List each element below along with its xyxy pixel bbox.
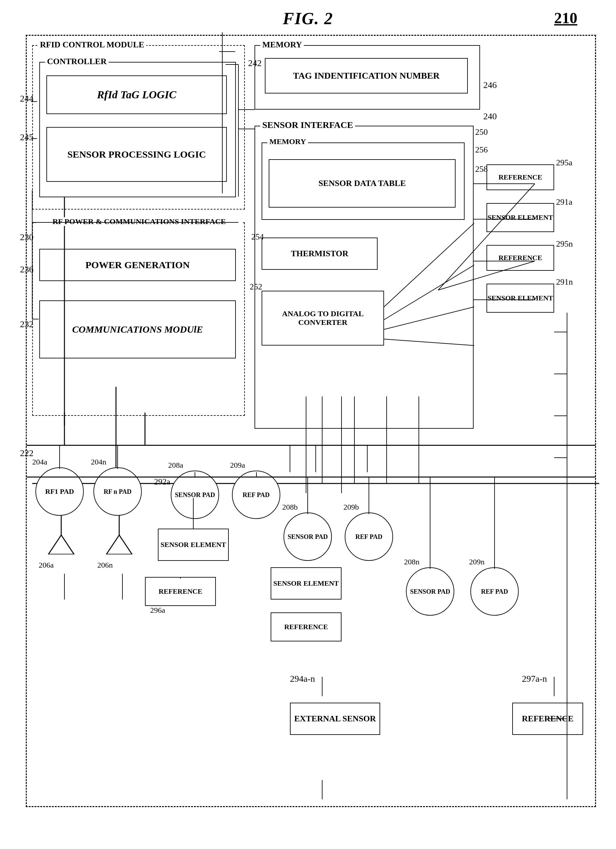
label-209n: 209n: [469, 558, 485, 566]
reference-a-box: REFERENCE: [487, 164, 554, 190]
ref-pad-n-circle: REF PAD: [470, 567, 519, 616]
rfid-tag-logic-box: RfId TaG LOGIC: [46, 75, 227, 114]
label-295n: 295n: [556, 239, 573, 249]
label-222: 222: [20, 448, 34, 458]
rf-power-comms-label: RF POWER & COMMUNICATIONS INTERFACE: [36, 217, 242, 226]
adc-label: ANALOG TO DIGITAL CONVERTER: [262, 310, 383, 327]
sensor-data-table-label: SENSOR DATA TABLE: [318, 179, 406, 188]
ref-pad-a-circle: REF PAD: [232, 471, 280, 519]
communications-module-label: COMMUNICATIONS MODUlE: [72, 324, 203, 335]
rfn-pad-circle: RF n PAD: [94, 468, 142, 516]
ref-pad-b-label: REF PAD: [356, 533, 382, 541]
sensor-data-table-box: SENSOR DATA TABLE: [269, 159, 455, 208]
label-294: 294a-n: [290, 674, 315, 684]
label-208n: 208n: [404, 558, 420, 566]
label-291n: 291n: [556, 277, 573, 287]
tag-id-box: TAG INDENTIFICATION NUMBER: [265, 58, 468, 94]
sensor-pad-n-circle: SENSOR PAD: [406, 567, 454, 616]
external-sensor-label: EXTERNAL SENSOR: [294, 714, 376, 724]
ref-pad-b-circle: REF PAD: [345, 512, 393, 561]
communications-module-box: COMMUNICATIONS MODUlE: [39, 300, 236, 358]
reference-bottom-n-label: REFERENCE: [284, 623, 328, 631]
label-252: 252: [250, 282, 262, 292]
label-204a: 204a: [32, 458, 48, 466]
rfid-tag-logic-label: RfId TaG LOGIC: [97, 89, 176, 101]
label-295a: 295a: [556, 158, 573, 168]
sensor-memory-label: MEMORY: [268, 137, 308, 146]
reference-bottom-a-label: REFERENCE: [159, 587, 202, 596]
memory-outer-label: MEMORY: [260, 40, 304, 50]
label-258: 258: [475, 164, 488, 174]
label-236: 236: [20, 264, 34, 275]
figure-number: 210: [554, 9, 577, 27]
svg-line-26: [384, 265, 474, 320]
sensor-element-a-box: SENSOR ELEMENT: [487, 203, 554, 232]
sensor-element-n-label: SENSOR ELEMENT: [488, 294, 553, 302]
sensor-pad-n-label: SENSOR PAD: [410, 588, 451, 595]
ref-pad-n-label: REF PAD: [481, 588, 508, 595]
label-208b: 208b: [282, 503, 298, 511]
label-291a: 291a: [556, 197, 573, 207]
sensor-element-bottom-n-label: SENSOR ELEMENT: [273, 579, 339, 588]
rfid-control-module-box: RFID CONTROL MODULE CONTROLLER RfId TaG …: [32, 45, 245, 210]
reference-a-label: REFERENCE: [498, 173, 542, 182]
label-254: 254: [251, 232, 264, 242]
reference-bottom-a-box: REFERENCE: [145, 577, 216, 606]
rfn-pad-label: RF n PAD: [104, 488, 132, 495]
label-206n: 206n: [97, 561, 113, 569]
page: FIG. 2 210 202 RFID CONTROL MODULE CONTR…: [0, 0, 616, 849]
sensor-pad-a-label: SENSOR PAD: [175, 491, 215, 499]
label-209b: 209b: [344, 503, 359, 511]
sensor-pad-a-circle: SENSOR PAD: [171, 471, 219, 519]
controller-box: CONTROLLER RfId TaG LOGIC SENSOR PROCESS…: [39, 62, 236, 197]
rf-power-comms-box: RF POWER & COMMUNICATIONS INTERFACE POWE…: [32, 222, 245, 416]
reference-n-box: REFERENCE: [487, 245, 554, 271]
label-209a: 209a: [230, 461, 245, 470]
ref-pad-a-label: REF PAD: [243, 491, 270, 499]
label-250: 250: [475, 127, 488, 137]
power-generation-box: POWER GENERATION: [39, 249, 236, 281]
sensor-memory-box: MEMORY SENSOR DATA TABLE: [262, 143, 464, 220]
label-245: 245: [20, 132, 34, 143]
label-208a: 208a: [168, 461, 183, 470]
tag-id-label: TAG INDENTIFICATION NUMBER: [293, 71, 440, 81]
label-232: 232: [20, 319, 34, 329]
sensor-interface-label: SENSOR INTERFACE: [260, 120, 355, 130]
svg-line-27: [384, 307, 474, 329]
label-296a: 296a: [150, 606, 165, 615]
reference-n-label: REFERENCE: [498, 254, 542, 262]
rf1-pad-label: RF1 PAD: [45, 487, 74, 496]
reference-bottom-right-box: REFERENCE: [512, 703, 583, 735]
label-297: 297a-n: [522, 674, 547, 684]
sensor-processing-logic-label: SENSOR PROCESSING LOGIC: [67, 149, 206, 160]
figure-title: FIG. 2: [283, 9, 333, 28]
thermistor-box: THERMISTOR: [262, 238, 378, 270]
memory-outer-box: MEMORY TAG INDENTIFICATION NUMBER: [254, 45, 480, 110]
label-246: 246: [483, 80, 497, 90]
sensor-pad-b-label: SENSOR PAD: [288, 533, 328, 541]
label-240: 240: [483, 111, 497, 122]
svg-line-25: [384, 223, 474, 307]
svg-line-28: [384, 339, 474, 346]
label-206a: 206a: [39, 561, 54, 569]
reference-bottom-n-box: REFERENCE: [271, 612, 342, 641]
rf1-pad-circle: RF1 PAD: [36, 468, 84, 516]
controller-label: CONTROLLER: [45, 57, 109, 66]
sensor-element-bottom-a-label: SENSOR ELEMENT: [161, 541, 226, 549]
label-204n: 204n: [91, 458, 106, 466]
label-230: 230: [20, 232, 34, 243]
sensor-processing-logic-box: SENSOR PROCESSING LOGIC: [46, 127, 227, 182]
label-244: 244: [20, 94, 34, 104]
reference-bottom-right-label: REFERENCE: [522, 714, 573, 724]
external-sensor-box: EXTERNAL SENSOR: [290, 703, 380, 735]
sensor-pad-b-circle: SENSOR PAD: [284, 512, 332, 561]
power-generation-label: POWER GENERATION: [85, 259, 190, 270]
sensor-element-bottom-a-box: SENSOR ELEMENT: [158, 529, 229, 561]
sensor-interface-box: SENSOR INTERFACE MEMORY SENSOR DATA TABL…: [254, 126, 473, 429]
label-292a: 292a: [154, 477, 170, 487]
adc-box: ANALOG TO DIGITAL CONVERTER: [262, 291, 384, 346]
thermistor-label: THERMISTOR: [291, 249, 348, 259]
rfid-control-module-label: RFID CONTROL MODULE: [38, 40, 146, 50]
label-256: 256: [475, 145, 488, 155]
sensor-element-n-box: SENSOR ELEMENT: [487, 284, 554, 313]
